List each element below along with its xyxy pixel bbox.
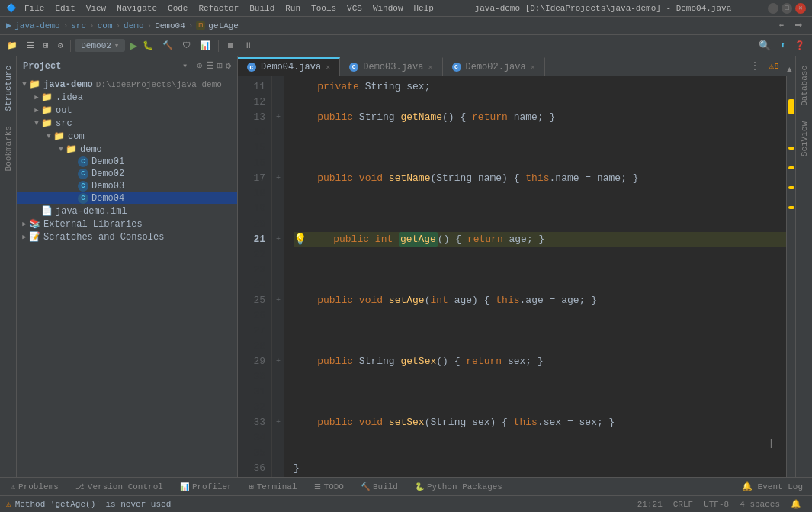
menu-view[interactable]: View	[82, 3, 111, 14]
code-line-33: public void setSex(String sex) { this.se…	[294, 415, 786, 430]
demo02-java-icon: C	[78, 169, 88, 179]
status-line-sep[interactable]: CRLF	[669, 500, 698, 509]
toolbar-btn-1[interactable]: ☰	[23, 39, 38, 52]
database-panel-button[interactable]: Database	[798, 63, 810, 109]
run-with-coverage-button[interactable]: 🛡	[178, 39, 194, 52]
code-line-34	[294, 430, 786, 446]
debug-button[interactable]: 🐛	[139, 39, 157, 52]
tree-idea[interactable]: ▶ 📁 .idea	[17, 91, 237, 104]
tree-iml[interactable]: ▶ 📄 java-demo.iml	[17, 204, 237, 217]
breadcrumb-class[interactable]: Demo04	[155, 21, 185, 31]
tab-profiler[interactable]: 📊 Profiler	[172, 478, 240, 495]
tree-demo01[interactable]: ▶ C Demo01	[17, 156, 237, 168]
breadcrumb-demo[interactable]: demo	[124, 21, 143, 31]
tree-idea-label: .idea	[56, 92, 83, 103]
breadcrumb-src[interactable]: src	[71, 21, 86, 31]
tree-demo03[interactable]: ▶ C Demo03	[17, 180, 237, 192]
menu-file[interactable]: File	[20, 3, 49, 14]
menu-vcs[interactable]: VCS	[342, 3, 367, 14]
menu-edit[interactable]: Edit	[50, 3, 79, 14]
run-configuration[interactable]: Demo02 ▾	[75, 39, 125, 52]
tree-src[interactable]: ▼ 📁 src	[17, 117, 237, 130]
tree-out[interactable]: ▶ 📁 out	[17, 104, 237, 117]
sciview-panel-button[interactable]: SciView	[798, 118, 810, 159]
maximize-button[interactable]: □	[782, 3, 792, 14]
code-editor[interactable]: private String sex; public String getNam…	[284, 76, 786, 477]
warnings-expand[interactable]: ▲	[784, 65, 795, 76]
update-button[interactable]: ⬆	[776, 39, 789, 52]
nav-back-button[interactable]: ⬅	[775, 20, 787, 31]
warning-badge: ⚠8	[766, 61, 782, 71]
build-button[interactable]: 🔨	[159, 39, 177, 52]
project-tools[interactable]: ⊕ ☰ ⊞ ⚙	[192, 60, 231, 72]
project-tree-button[interactable]: 📁	[3, 39, 21, 52]
menu-window[interactable]: Window	[368, 3, 408, 14]
menu-tools[interactable]: Tools	[307, 3, 341, 14]
scroll-from-source-button[interactable]: ⊕	[197, 60, 202, 72]
tab-demo03-close[interactable]: ✕	[428, 63, 432, 72]
tree-scratches[interactable]: ▶ 📝 Scratches and Consoles	[17, 230, 237, 243]
tab-demo02-close[interactable]: ✕	[531, 63, 535, 72]
status-indent[interactable]: 4 spaces	[735, 500, 785, 509]
scroll-marker-warning	[788, 99, 794, 114]
breadcrumb-method[interactable]: getAge	[208, 21, 239, 31]
tab-python-packages[interactable]: 🐍 Python Packages	[407, 478, 510, 495]
window-controls[interactable]: ─ □ ✕	[768, 3, 806, 14]
tree-demo02[interactable]: ▶ C Demo02	[17, 168, 237, 180]
collapse-all-button[interactable]: ☰	[206, 60, 214, 72]
toolbar-btn-pause[interactable]: ⏸	[240, 39, 256, 52]
status-encoding[interactable]: UTF-8	[699, 500, 733, 509]
tab-todo[interactable]: ☰ TODO	[307, 478, 351, 495]
tab-version-control[interactable]: ⎇ Version Control	[68, 478, 171, 495]
tab-problems[interactable]: ⚠ Problems	[3, 478, 66, 495]
tab-terminal[interactable]: ⊞ Terminal	[242, 478, 305, 495]
tab-demo02[interactable]: C Demo02.java ✕	[443, 57, 545, 76]
right-scrollbar[interactable]	[786, 76, 795, 477]
tabs-overflow-menu[interactable]: ⋮	[743, 60, 766, 72]
toolbar-btn-stop[interactable]: ⏹	[223, 39, 239, 52]
tree-ext-libs[interactable]: ▶ 📚 External Libraries	[17, 217, 237, 230]
menu-run[interactable]: Run	[281, 3, 305, 14]
toolbar-btn-2[interactable]: ⊞	[40, 39, 53, 52]
breadcrumb-tools[interactable]: ⬅ ⮕	[775, 20, 806, 31]
status-notifications[interactable]: 🔔	[786, 499, 806, 509]
minimize-button[interactable]: ─	[768, 3, 778, 14]
menu-bar[interactable]: File Edit View Navigate Code Refactor Bu…	[20, 3, 438, 14]
menu-code[interactable]: Code	[163, 3, 192, 14]
help-button[interactable]: ❓	[791, 39, 809, 52]
menu-navigate[interactable]: Navigate	[112, 3, 162, 14]
tree-demo04[interactable]: ▶ C Demo04	[17, 192, 237, 204]
tab-demo04-close[interactable]: ✕	[326, 63, 330, 72]
tab-demo04[interactable]: C Demo04.java ✕	[238, 57, 340, 76]
tab-demo03[interactable]: C Demo03.java ✕	[340, 57, 442, 76]
profile-button[interactable]: 📊	[196, 39, 214, 52]
breadcrumb-icon: ▶	[6, 20, 11, 31]
settings-button[interactable]: ⚙	[54, 39, 67, 52]
tree-com[interactable]: ▼ 📁 com	[17, 130, 237, 143]
line-num-18: 18	[238, 186, 265, 201]
status-position[interactable]: 21:21	[633, 500, 667, 509]
close-button[interactable]: ✕	[795, 3, 806, 14]
com-arrow: ▼	[44, 133, 53, 140]
breadcrumb-com[interactable]: com	[98, 21, 113, 31]
tree-root[interactable]: ▼ 📁 java-demo D:\IdeaProjects\java-demo	[17, 78, 237, 91]
nav-forward-button[interactable]: ⮕	[791, 20, 806, 31]
search-everywhere-button[interactable]: 🔍	[755, 38, 775, 53]
breadcrumb-project[interactable]: java-demo	[14, 21, 59, 31]
run-button[interactable]: ▶	[130, 38, 137, 53]
menu-refactor[interactable]: Refactor	[194, 3, 243, 14]
hint-bulb-icon[interactable]: 💡	[294, 232, 307, 247]
menu-help[interactable]: Help	[409, 3, 438, 14]
code-line-26	[294, 308, 786, 324]
ext-libs-arrow: ▶	[20, 220, 29, 228]
tab-build[interactable]: 🔨 Build	[353, 478, 406, 495]
line-num-27: 27	[238, 324, 265, 339]
bookmarks-panel-button[interactable]: Bookmarks	[2, 123, 14, 174]
demo-arrow: ▼	[56, 146, 66, 153]
event-log-button[interactable]: 🔔 Event Log	[736, 480, 809, 493]
sort-button[interactable]: ⊞	[217, 60, 223, 72]
tree-demo[interactable]: ▼ 📁 demo	[17, 143, 237, 156]
structure-panel-button[interactable]: Structure	[2, 63, 14, 114]
menu-build[interactable]: Build	[245, 3, 279, 14]
settings-project-button[interactable]: ⚙	[226, 60, 231, 72]
